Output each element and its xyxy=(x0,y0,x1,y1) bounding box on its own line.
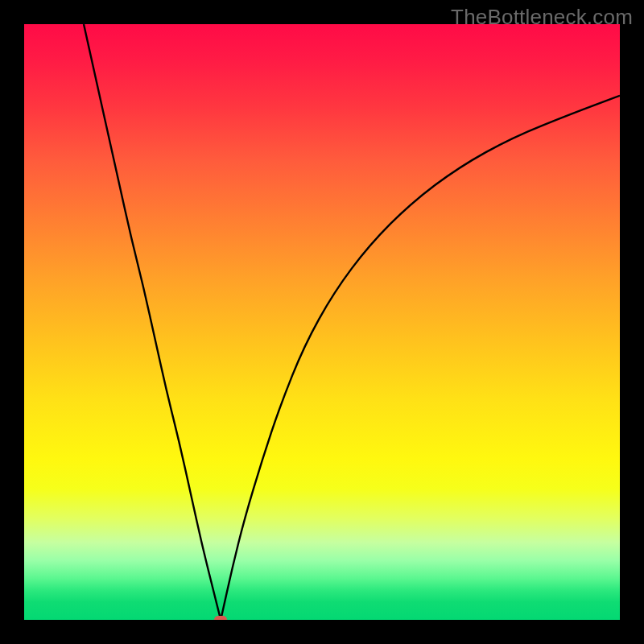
watermark-text: TheBottleneck.com xyxy=(451,5,633,30)
vertex-marker xyxy=(214,616,227,620)
chart-frame: TheBottleneck.com xyxy=(0,0,644,644)
curve-path xyxy=(84,24,620,620)
bottleneck-curve xyxy=(24,24,620,620)
plot-area xyxy=(24,24,620,620)
